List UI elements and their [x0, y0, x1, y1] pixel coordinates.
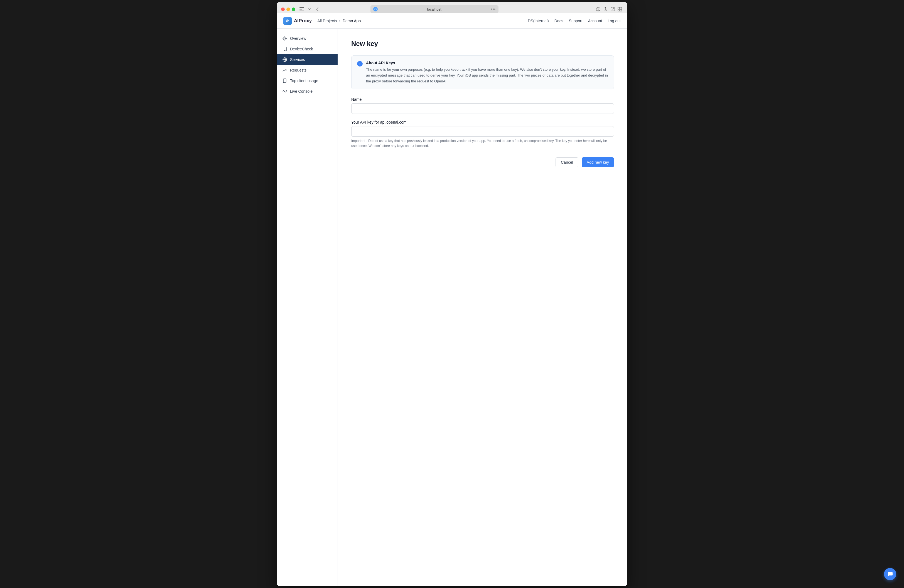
nav-ds-internal[interactable]: DS(Internal) [528, 19, 548, 23]
add-key-button[interactable]: Add new key [582, 157, 614, 168]
svg-rect-1 [299, 9, 302, 9]
cancel-button[interactable]: Cancel [556, 157, 578, 168]
sidebar-services-label: Services [290, 57, 305, 62]
top-nav: ⟳ AIProxy All Projects › Demo App DS(Int… [277, 13, 627, 28]
sidebar-live-console-label: Live Console [290, 89, 313, 93]
top-nav-right: DS(Internal) Docs Support Account Log ou… [528, 19, 621, 23]
sidebar-overview-label: Overview [290, 36, 306, 41]
sidebar-item-live-console[interactable]: Live Console [277, 86, 338, 96]
api-key-form-group: Your API key for api.openai.com Importan… [351, 120, 614, 149]
sidebar-devicecheck-label: DeviceCheck [290, 47, 313, 51]
main-content: New key i About API Keys The name is for… [338, 28, 627, 586]
maximize-button[interactable] [292, 8, 295, 11]
nav-account[interactable]: Account [588, 19, 602, 23]
info-icon: i [357, 61, 363, 66]
api-key-label: Your API key for api.openai.com [351, 120, 614, 125]
name-form-group: Name [351, 97, 614, 114]
sidebar-item-overview[interactable]: Overview [277, 33, 338, 44]
logo-icon: ⟳ [283, 17, 292, 25]
nav-support[interactable]: Support [569, 19, 583, 23]
sidebar-toggle-icon[interactable] [299, 6, 305, 12]
back-icon[interactable] [314, 6, 320, 12]
svg-rect-7 [620, 9, 622, 11]
button-row: Cancel Add new key [351, 157, 614, 168]
sidebar-top-client-label: Top client usage [290, 79, 318, 83]
svg-rect-0 [299, 7, 304, 8]
svg-point-8 [284, 38, 286, 39]
sidebar-item-services[interactable]: Services [277, 54, 338, 65]
name-label: Name [351, 97, 614, 102]
info-box-title: About API Keys [366, 61, 608, 65]
svg-rect-6 [618, 9, 620, 11]
url-text: localhost [379, 7, 489, 11]
info-box-text: The name is for your own purposes (e.g. … [366, 67, 608, 84]
sidebar-item-requests[interactable]: Requests [277, 65, 338, 76]
chat-button[interactable] [884, 568, 896, 580]
browser-right-controls [595, 6, 623, 12]
traffic-lights [281, 8, 295, 11]
logo: ⟳ AIProxy [283, 17, 312, 25]
phone-icon [282, 78, 287, 83]
page-title: New key [351, 40, 614, 47]
address-bar[interactable]: ⬡ localhost ••• [370, 5, 498, 13]
svg-rect-2 [299, 11, 304, 11]
gear-icon [282, 36, 287, 41]
site-favicon: ⬡ [373, 7, 378, 11]
nav-docs[interactable]: Docs [555, 19, 563, 23]
tabs-icon[interactable] [617, 6, 623, 12]
wave-icon [282, 89, 287, 94]
device-icon [282, 46, 287, 52]
browser-controls [299, 6, 320, 12]
svg-rect-5 [620, 7, 622, 9]
sidebar: Overview DeviceCheck [277, 28, 338, 586]
info-box: i About API Keys The name is for your ow… [351, 55, 614, 89]
breadcrumb: All Projects › Demo App [317, 19, 361, 23]
close-button[interactable] [281, 8, 285, 11]
breadcrumb-separator: › [339, 19, 340, 23]
globe-icon [282, 57, 287, 62]
minimize-button[interactable] [286, 8, 290, 11]
api-key-input[interactable] [351, 126, 614, 137]
sidebar-requests-label: Requests [290, 68, 307, 73]
chevron-down-icon[interactable] [307, 6, 313, 12]
svg-rect-4 [618, 7, 620, 9]
api-key-hint: Important - Do not use a key that has pr… [351, 138, 614, 149]
chart-icon [282, 68, 287, 73]
logo-text: AIProxy [294, 18, 312, 24]
download-icon[interactable] [595, 6, 601, 12]
sidebar-item-devicecheck[interactable]: DeviceCheck [277, 44, 338, 54]
name-input[interactable] [351, 103, 614, 114]
new-tab-icon[interactable] [610, 6, 616, 12]
address-more-icon[interactable]: ••• [491, 7, 496, 12]
sidebar-item-top-client[interactable]: Top client usage [277, 76, 338, 86]
nav-logout[interactable]: Log out [608, 19, 621, 23]
breadcrumb-current: Demo App [343, 19, 361, 23]
share-icon[interactable] [602, 6, 608, 12]
breadcrumb-parent[interactable]: All Projects [317, 19, 337, 23]
